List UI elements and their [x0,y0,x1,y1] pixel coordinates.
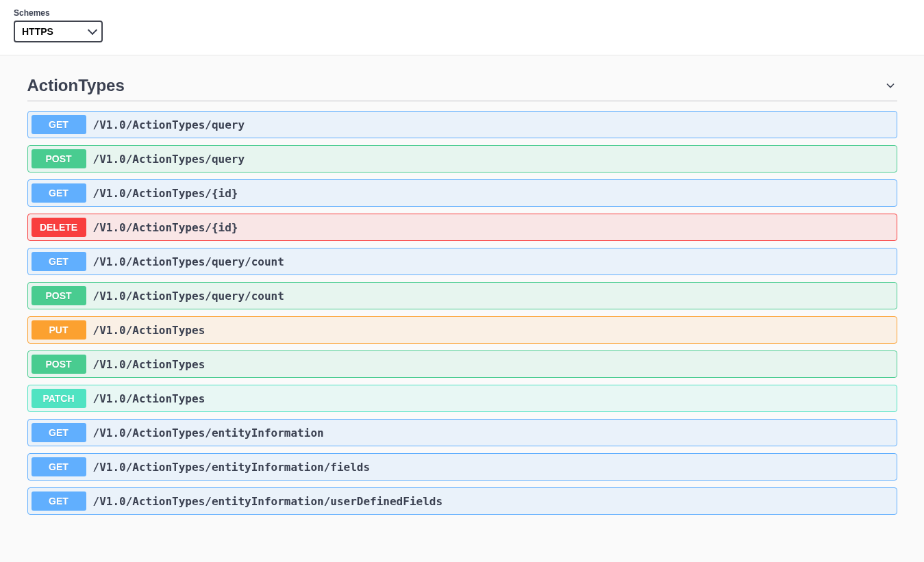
operation-row[interactable]: GET/V1.0/ActionTypes/entityInformation/f… [27,453,897,481]
operation-path: /V1.0/ActionTypes/query [86,153,252,166]
schemes-bar: Schemes HTTPS [0,0,924,55]
schemes-select-wrap: HTTPS [14,21,103,42]
operations-list: GET/V1.0/ActionTypes/queryPOST/V1.0/Acti… [27,111,897,515]
operation-path: /V1.0/ActionTypes/{id} [86,187,245,200]
operation-row[interactable]: GET/V1.0/ActionTypes/query [27,111,897,138]
method-badge: GET [32,252,86,271]
tag-title: ActionTypes [27,76,125,95]
method-badge: POST [32,355,86,374]
operation-path: /V1.0/ActionTypes/query [86,118,252,131]
operation-row[interactable]: PUT/V1.0/ActionTypes [27,316,897,344]
operation-path: /V1.0/ActionTypes [86,358,212,371]
method-badge: GET [32,457,86,476]
method-badge: GET [32,491,86,511]
operation-path: /V1.0/ActionTypes/entityInformation [86,426,331,439]
operation-row[interactable]: POST/V1.0/ActionTypes [27,350,897,378]
api-container: ActionTypes GET/V1.0/ActionTypes/queryPO… [14,55,911,535]
operation-path: /V1.0/ActionTypes/entityInformation/user… [86,495,450,508]
chevron-down-icon [884,79,897,92]
method-badge: PUT [32,320,86,340]
operation-row[interactable]: GET/V1.0/ActionTypes/entityInformation [27,419,897,446]
method-badge: GET [32,423,86,442]
operation-path: /V1.0/ActionTypes/entityInformation/fiel… [86,461,377,474]
operation-path: /V1.0/ActionTypes/{id} [86,221,245,234]
schemes-select[interactable]: HTTPS [14,21,103,42]
method-badge: DELETE [32,218,86,237]
operation-path: /V1.0/ActionTypes [86,324,212,337]
operation-row[interactable]: GET/V1.0/ActionTypes/{id} [27,179,897,207]
operation-path: /V1.0/ActionTypes/query/count [86,255,291,268]
operation-row[interactable]: DELETE/V1.0/ActionTypes/{id} [27,214,897,241]
operation-row[interactable]: GET/V1.0/ActionTypes/query/count [27,248,897,275]
operation-row[interactable]: GET/V1.0/ActionTypes/entityInformation/u… [27,487,897,515]
method-badge: GET [32,115,86,134]
method-badge: PATCH [32,389,86,408]
method-badge: POST [32,286,86,305]
schemes-label: Schemes [14,8,910,18]
tag-header[interactable]: ActionTypes [27,69,897,101]
operation-path: /V1.0/ActionTypes/query/count [86,290,291,303]
operation-row[interactable]: POST/V1.0/ActionTypes/query [27,145,897,173]
operation-row[interactable]: PATCH/V1.0/ActionTypes [27,385,897,412]
method-badge: POST [32,149,86,168]
operation-row[interactable]: POST/V1.0/ActionTypes/query/count [27,282,897,309]
method-badge: GET [32,183,86,203]
operation-path: /V1.0/ActionTypes [86,392,212,405]
